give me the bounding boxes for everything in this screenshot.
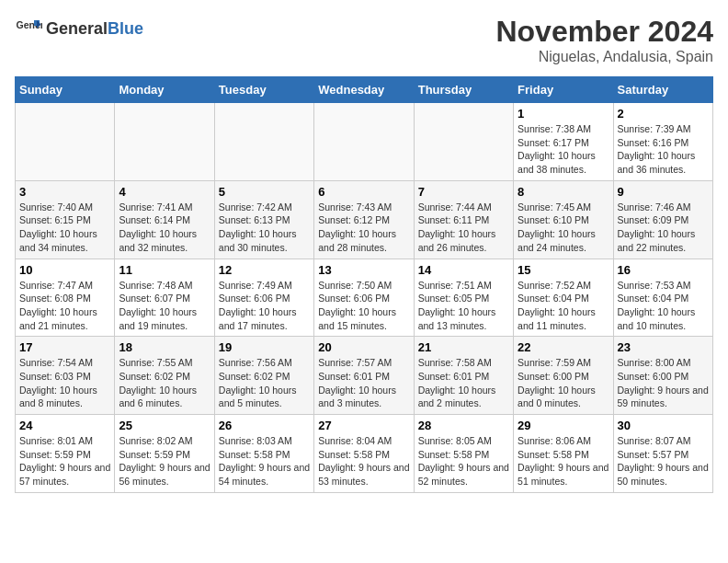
- calendar-cell: [214, 103, 313, 181]
- day-number: 12: [219, 263, 310, 277]
- calendar-cell: 5Sunrise: 7:42 AMSunset: 6:13 PMDaylight…: [214, 180, 313, 259]
- day-number: 20: [318, 340, 409, 354]
- calendar-cell: 18Sunrise: 7:55 AMSunset: 6:02 PMDayligh…: [115, 337, 214, 415]
- logo-text-blue: Blue: [108, 19, 143, 38]
- title-area: November 2024 Niguelas, Andalusia, Spain: [495, 15, 713, 65]
- calendar-week-row: 10Sunrise: 7:47 AMSunset: 6:08 PMDayligh…: [16, 259, 713, 337]
- day-number: 18: [119, 340, 210, 354]
- day-info: Sunrise: 7:50 AMSunset: 6:06 PMDaylight:…: [318, 279, 409, 333]
- calendar-cell: 28Sunrise: 8:05 AMSunset: 5:58 PMDayligh…: [414, 415, 513, 493]
- calendar-cell: 23Sunrise: 8:00 AMSunset: 6:00 PMDayligh…: [613, 337, 712, 415]
- day-info: Sunrise: 8:07 AMSunset: 5:57 PMDaylight:…: [618, 434, 709, 488]
- day-number: 28: [418, 419, 509, 432]
- calendar-cell: 24Sunrise: 8:01 AMSunset: 5:59 PMDayligh…: [16, 415, 115, 493]
- header: General GeneralBlue November 2024 Niguel…: [15, 15, 713, 65]
- weekday-header-wednesday: Wednesday: [314, 77, 414, 103]
- weekday-header-monday: Monday: [115, 77, 214, 103]
- day-info: Sunrise: 7:41 AMSunset: 6:14 PMDaylight:…: [119, 201, 210, 255]
- day-info: Sunrise: 8:06 AMSunset: 5:58 PMDaylight:…: [518, 434, 609, 488]
- day-number: 10: [19, 263, 110, 277]
- day-number: 15: [518, 263, 609, 277]
- calendar-cell: 7Sunrise: 7:44 AMSunset: 6:11 PMDaylight…: [414, 180, 513, 259]
- day-number: 11: [119, 263, 210, 277]
- day-number: 3: [19, 185, 110, 199]
- day-number: 16: [618, 263, 709, 277]
- calendar-cell: 16Sunrise: 7:53 AMSunset: 6:04 PMDayligh…: [613, 259, 712, 337]
- calendar-cell: 27Sunrise: 8:04 AMSunset: 5:58 PMDayligh…: [314, 415, 414, 493]
- day-info: Sunrise: 7:55 AMSunset: 6:02 PMDaylight:…: [119, 356, 210, 410]
- day-number: 23: [618, 340, 709, 354]
- day-number: 24: [19, 419, 110, 432]
- day-number: 1: [518, 107, 609, 121]
- day-info: Sunrise: 7:51 AMSunset: 6:05 PMDaylight:…: [418, 279, 509, 333]
- day-info: Sunrise: 7:43 AMSunset: 6:12 PMDaylight:…: [318, 201, 409, 255]
- weekday-header-tuesday: Tuesday: [214, 77, 313, 103]
- calendar-week-row: 3Sunrise: 7:40 AMSunset: 6:15 PMDaylight…: [16, 180, 713, 259]
- weekday-header-row: SundayMondayTuesdayWednesdayThursdayFrid…: [16, 77, 713, 103]
- calendar-cell: 1Sunrise: 7:38 AMSunset: 6:17 PMDaylight…: [514, 103, 613, 181]
- calendar-cell: 10Sunrise: 7:47 AMSunset: 6:08 PMDayligh…: [16, 259, 115, 337]
- calendar-cell: 17Sunrise: 7:54 AMSunset: 6:03 PMDayligh…: [16, 337, 115, 415]
- day-info: Sunrise: 7:56 AMSunset: 6:02 PMDaylight:…: [219, 356, 310, 410]
- calendar-cell: [16, 103, 115, 181]
- calendar-week-row: 1Sunrise: 7:38 AMSunset: 6:17 PMDaylight…: [16, 103, 713, 181]
- weekday-header-saturday: Saturday: [613, 77, 712, 103]
- day-number: 8: [518, 185, 609, 199]
- day-number: 7: [418, 185, 509, 199]
- month-title: November 2024: [495, 15, 713, 49]
- day-info: Sunrise: 7:59 AMSunset: 6:00 PMDaylight:…: [518, 356, 609, 410]
- day-number: 14: [418, 263, 509, 277]
- day-info: Sunrise: 7:38 AMSunset: 6:17 PMDaylight:…: [518, 122, 609, 177]
- day-number: 25: [119, 419, 210, 432]
- calendar-cell: 3Sunrise: 7:40 AMSunset: 6:15 PMDaylight…: [16, 180, 115, 259]
- day-number: 5: [219, 185, 310, 199]
- day-number: 9: [618, 185, 709, 199]
- day-info: Sunrise: 7:44 AMSunset: 6:11 PMDaylight:…: [418, 201, 509, 255]
- day-info: Sunrise: 7:49 AMSunset: 6:06 PMDaylight:…: [219, 279, 310, 333]
- calendar-cell: 20Sunrise: 7:57 AMSunset: 6:01 PMDayligh…: [314, 337, 414, 415]
- day-info: Sunrise: 7:46 AMSunset: 6:09 PMDaylight:…: [618, 201, 709, 255]
- day-info: Sunrise: 7:47 AMSunset: 6:08 PMDaylight:…: [19, 279, 110, 333]
- calendar-cell: 9Sunrise: 7:46 AMSunset: 6:09 PMDaylight…: [613, 180, 712, 259]
- calendar-week-row: 24Sunrise: 8:01 AMSunset: 5:59 PMDayligh…: [16, 415, 713, 493]
- logo-text-general: General: [46, 19, 108, 38]
- weekday-header-sunday: Sunday: [16, 77, 115, 103]
- day-info: Sunrise: 7:40 AMSunset: 6:15 PMDaylight:…: [19, 201, 110, 255]
- day-number: 26: [219, 419, 310, 432]
- calendar-cell: [314, 103, 414, 181]
- day-number: 17: [19, 340, 110, 354]
- day-info: Sunrise: 7:48 AMSunset: 6:07 PMDaylight:…: [119, 279, 210, 333]
- calendar-cell: 22Sunrise: 7:59 AMSunset: 6:00 PMDayligh…: [514, 337, 613, 415]
- day-info: Sunrise: 8:04 AMSunset: 5:58 PMDaylight:…: [318, 434, 409, 488]
- calendar-cell: [115, 103, 214, 181]
- day-info: Sunrise: 7:39 AMSunset: 6:16 PMDaylight:…: [618, 122, 709, 177]
- calendar-cell: 12Sunrise: 7:49 AMSunset: 6:06 PMDayligh…: [214, 259, 313, 337]
- day-info: Sunrise: 8:02 AMSunset: 5:59 PMDaylight:…: [119, 434, 210, 488]
- day-info: Sunrise: 7:52 AMSunset: 6:04 PMDaylight:…: [518, 279, 609, 333]
- calendar-cell: 25Sunrise: 8:02 AMSunset: 5:59 PMDayligh…: [115, 415, 214, 493]
- logo-icon: General: [15, 15, 42, 42]
- calendar-cell: 26Sunrise: 8:03 AMSunset: 5:58 PMDayligh…: [214, 415, 313, 493]
- day-number: 29: [518, 419, 609, 432]
- location-title: Niguelas, Andalusia, Spain: [495, 49, 713, 65]
- calendar-cell: 19Sunrise: 7:56 AMSunset: 6:02 PMDayligh…: [214, 337, 313, 415]
- calendar-cell: 11Sunrise: 7:48 AMSunset: 6:07 PMDayligh…: [115, 259, 214, 337]
- day-number: 19: [219, 340, 310, 354]
- day-number: 6: [318, 185, 409, 199]
- calendar-week-row: 17Sunrise: 7:54 AMSunset: 6:03 PMDayligh…: [16, 337, 713, 415]
- day-info: Sunrise: 7:54 AMSunset: 6:03 PMDaylight:…: [19, 356, 110, 410]
- logo: General GeneralBlue: [15, 15, 143, 42]
- day-number: 21: [418, 340, 509, 354]
- day-number: 22: [518, 340, 609, 354]
- day-info: Sunrise: 8:03 AMSunset: 5:58 PMDaylight:…: [219, 434, 310, 488]
- day-number: 30: [618, 419, 709, 432]
- calendar-cell: 13Sunrise: 7:50 AMSunset: 6:06 PMDayligh…: [314, 259, 414, 337]
- calendar-cell: 21Sunrise: 7:58 AMSunset: 6:01 PMDayligh…: [414, 337, 513, 415]
- weekday-header-friday: Friday: [514, 77, 613, 103]
- day-info: Sunrise: 7:57 AMSunset: 6:01 PMDaylight:…: [318, 356, 409, 410]
- day-info: Sunrise: 8:00 AMSunset: 6:00 PMDaylight:…: [618, 356, 709, 410]
- calendar-table: SundayMondayTuesdayWednesdayThursdayFrid…: [15, 76, 713, 493]
- day-info: Sunrise: 7:45 AMSunset: 6:10 PMDaylight:…: [518, 201, 609, 255]
- day-info: Sunrise: 7:58 AMSunset: 6:01 PMDaylight:…: [418, 356, 509, 410]
- calendar-cell: 2Sunrise: 7:39 AMSunset: 6:16 PMDaylight…: [613, 103, 712, 181]
